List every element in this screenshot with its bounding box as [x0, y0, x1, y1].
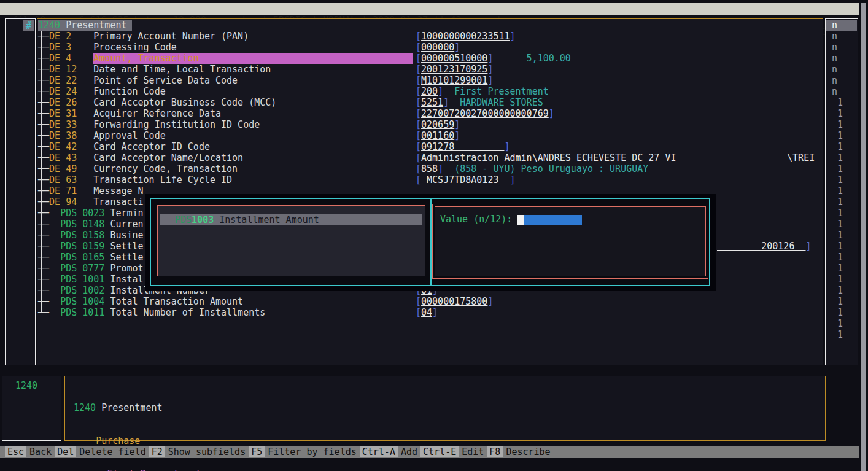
- count-cell: 1: [826, 174, 857, 185]
- bottom-status-bar: M: 0123456789 6 fields, R#6 6/43 <1/4> a…: [0, 458, 859, 471]
- count-cell: 1: [826, 263, 857, 274]
- field-row[interactable]: [38, 329, 822, 340]
- field-value[interactable]: [000000]: [416, 42, 460, 53]
- count-cell: n: [826, 75, 857, 86]
- field-value[interactable]: [000000175800]: [416, 296, 493, 307]
- keybar-key[interactable]: Ctrl-E: [420, 446, 459, 457]
- count-cell: 1: [826, 208, 857, 219]
- field-value[interactable]: [5251] HARDWARE STORES: [416, 97, 543, 108]
- summary-gutter: 1240: [2, 376, 61, 441]
- count-cell: 1: [826, 197, 857, 208]
- scrollbar[interactable]: [861, 3, 866, 471]
- field-row[interactable]: ──DE 31 Acquirer Reference Data[22700720…: [38, 108, 822, 119]
- field-value[interactable]: [020659]: [416, 119, 460, 130]
- record-marker: #: [23, 20, 34, 31]
- keybar: EscBackDelDelete fieldF2Show subfieldsF5…: [0, 446, 859, 458]
- field-value[interactable]: [200] First Presentment: [416, 86, 549, 97]
- field-row[interactable]: ──DE 43 Card Acceptor Name/Location[Admi…: [38, 152, 822, 163]
- summary-panel: 1240 Presentment Purchase First Presentm…: [64, 376, 826, 441]
- count-column: n n n n n n n 1 1 1 1 1 1 1 1 1 1 1 1 1 …: [826, 20, 857, 340]
- field-row[interactable]: ──DE 49 Currency Code, Transaction[858] …: [38, 163, 822, 174]
- keybar-action-label[interactable]: Back: [26, 446, 55, 457]
- keybar-key[interactable]: Del: [55, 446, 76, 457]
- text-cursor: [517, 215, 524, 225]
- count-cell: n: [826, 42, 857, 53]
- summary-type: Purchase: [96, 435, 140, 446]
- popup-value-pane: Value (n/12):: [432, 204, 708, 279]
- field-row[interactable]: ──DE 26 Card Acceptor Business Code (MCC…: [38, 97, 822, 108]
- keybar-key[interactable]: F2: [149, 446, 165, 457]
- keybar-key[interactable]: F5: [249, 446, 265, 457]
- field-row[interactable]: ──DE 12 Date and Time, Local Transaction…: [38, 64, 822, 75]
- field-row[interactable]: ──DE 22 Point of Service Data Code[M1010…: [38, 75, 822, 86]
- count-cell: 1: [826, 285, 857, 296]
- pds-number: 1003: [192, 214, 214, 225]
- pds-label: Installment Amount: [214, 214, 319, 225]
- message-header-row[interactable]: 1240 Presentment: [38, 20, 822, 31]
- count-cell: 1: [826, 318, 857, 329]
- keybar-key[interactable]: Esc: [5, 446, 26, 457]
- pds-prefix: PDS: [175, 214, 192, 225]
- field-row[interactable]: ──DE 33 Forwarding Institution ID Code[0…: [38, 119, 822, 130]
- summary-title: Presentment: [96, 402, 162, 413]
- field-value[interactable]: [04]: [416, 307, 438, 318]
- field-row[interactable]: ──DE 4 Amount, Transaction[000000510000]…: [38, 53, 822, 64]
- count-cell: n: [826, 20, 857, 31]
- field-value[interactable]: [1000000000233511]: [416, 31, 516, 42]
- count-cell: 1: [826, 108, 857, 119]
- summary-line-2: Purchase: [74, 435, 825, 446]
- count-cell: 1: [826, 241, 857, 252]
- field-row[interactable]: ──DE 38 Approval Code[001160]: [38, 130, 822, 141]
- field-value[interactable]: [091278 ]: [416, 141, 510, 152]
- field-value[interactable]: [M10101299001]: [416, 75, 493, 86]
- keybar-action-label[interactable]: Add: [398, 446, 420, 457]
- count-cell: n: [826, 86, 857, 97]
- field-row[interactable]: ── PDS 1004 Total Transaction Amount[000…: [38, 296, 822, 307]
- value-input-label: Value (n/12):: [440, 214, 517, 225]
- record-gutter-panel: #: [5, 18, 36, 365]
- field-value[interactable]: [200123170925]: [416, 64, 493, 75]
- top-status-bar: file20 -- 6,616,625 bytes, 10,990 record…: [0, 3, 859, 15]
- value-input-row: Value (n/12):: [440, 214, 582, 225]
- field-value-fragment: 200126 ]: [717, 241, 812, 252]
- field-row[interactable]: [38, 318, 822, 329]
- edit-field-popup: PDS1003 Installment Amount Value (n/12):: [145, 194, 716, 291]
- keybar-action-label[interactable]: Filter by fields: [265, 446, 360, 457]
- field-row[interactable]: ──DE 2 Primary Account Number (PAN)[1000…: [38, 31, 822, 42]
- keybar-action-label[interactable]: Show subfields: [165, 446, 249, 457]
- field-row[interactable]: ──DE 3 Processing Code[000000]: [38, 42, 822, 53]
- count-cell: n: [826, 53, 857, 64]
- field-value[interactable]: [001160]: [416, 130, 460, 141]
- popup-field-list: PDS1003 Installment Amount: [157, 205, 425, 276]
- count-cell: 1: [826, 130, 857, 141]
- keybar-action-label[interactable]: Describe: [503, 446, 553, 457]
- field-tree: 1240 Presentment──DE 2 Primary Account N…: [38, 20, 822, 340]
- count-cell: 1: [826, 252, 857, 263]
- popup-value-inner: Value (n/12):: [435, 206, 706, 276]
- field-row[interactable]: ──DE 24 Function Code[200] First Present…: [38, 86, 822, 97]
- value-input[interactable]: [524, 215, 582, 225]
- field-value[interactable]: [22700720027000000000769]: [416, 108, 554, 119]
- field-value[interactable]: [Administracion Admin\ANDRES ECHEVESTE D…: [416, 152, 815, 163]
- terminal-screen: file20 -- 6,616,625 bytes, 10,990 record…: [0, 0, 868, 471]
- fields-panel: 1240 Presentment──DE 2 Primary Account N…: [37, 18, 823, 365]
- field-value[interactable]: [000000510000] 5,100.00: [416, 53, 571, 64]
- count-cell: 1: [826, 274, 857, 285]
- keybar-action-label[interactable]: Delete field: [76, 446, 149, 457]
- keybar-key[interactable]: F8: [487, 446, 503, 457]
- count-cell: 1: [826, 97, 857, 108]
- field-value[interactable]: [ MCSJ7TD8A0123 ]: [416, 174, 516, 185]
- count-cell: 1: [826, 219, 857, 230]
- field-row[interactable]: ──DE 63 Transaction Life Cycle ID[ MCSJ7…: [38, 174, 822, 185]
- count-cell: 1: [826, 163, 857, 174]
- popup-divider: [430, 198, 432, 286]
- count-cell: 1: [826, 307, 857, 318]
- count-cell: 1: [826, 141, 857, 152]
- popup-selected-field[interactable]: PDS1003 Installment Amount: [160, 214, 422, 225]
- count-cell: n: [826, 64, 857, 75]
- field-row[interactable]: ── PDS 1011 Total Number of Installments…: [38, 307, 822, 318]
- keybar-action-label[interactable]: Edit: [459, 446, 487, 457]
- field-value[interactable]: [858] (858 - UYU) Peso Uruguayo : URUGUA…: [416, 163, 648, 174]
- field-row[interactable]: ──DE 42 Card Acceptor ID Code[091278 ]: [38, 141, 822, 152]
- keybar-key[interactable]: Ctrl-A: [360, 446, 398, 457]
